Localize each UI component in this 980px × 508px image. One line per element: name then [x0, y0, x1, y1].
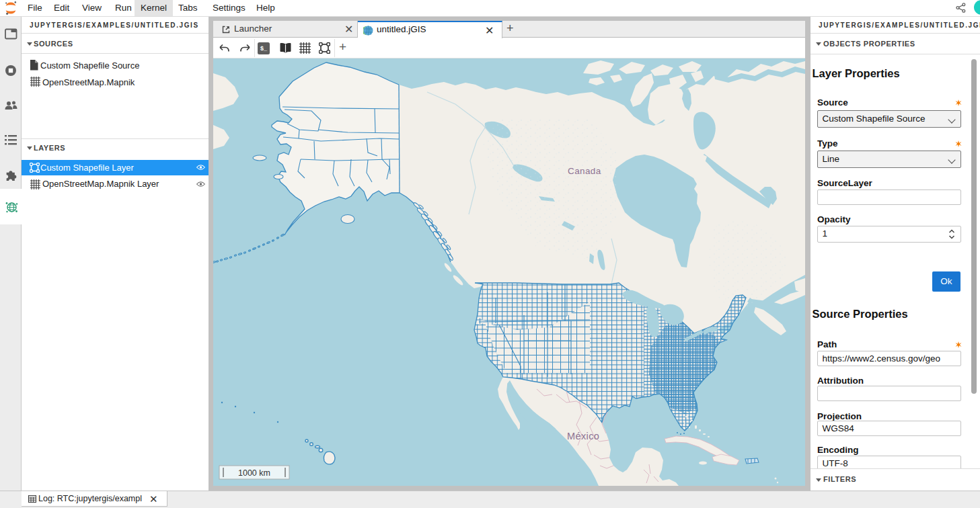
- svg-text:Canada: Canada: [568, 166, 601, 176]
- svg-text:México: México: [567, 431, 599, 441]
- svg-text:1000 km: 1000 km: [238, 468, 270, 478]
